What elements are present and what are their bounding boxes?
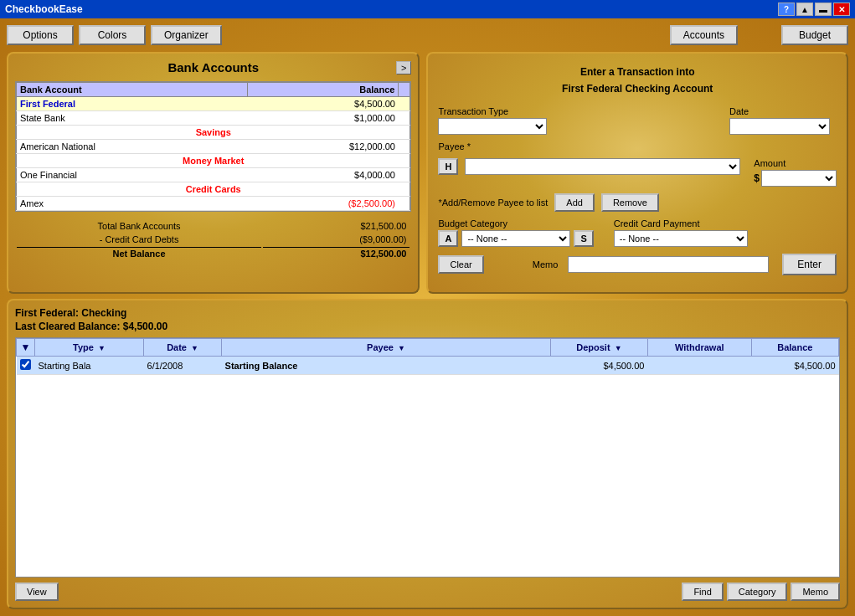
- col-date[interactable]: Date ▼: [144, 339, 222, 357]
- col-deposit[interactable]: Deposit ▼: [550, 339, 647, 357]
- minimize-button[interactable]: ▲: [796, 3, 813, 16]
- total-bank-accounts-value: $21,500.00: [263, 220, 409, 232]
- date-select[interactable]: [729, 118, 830, 135]
- expand-button[interactable]: >: [396, 61, 411, 74]
- add-remove-payee-label: *Add/Remove Payee to list: [438, 198, 548, 208]
- col-balance: Balance: [248, 83, 399, 97]
- credit-card-payment-label: Credit Card Payment: [614, 218, 748, 228]
- col-type[interactable]: Type ▼: [35, 339, 144, 357]
- col-withdrawal[interactable]: Withdrawal: [647, 339, 751, 357]
- date-sort-icon: ▼: [191, 344, 198, 352]
- form-row-memo: Clear Memo Enter: [438, 254, 837, 275]
- main-content: Options Colors Organizer Accounts Budget…: [0, 18, 855, 616]
- col-account: Bank Account: [17, 83, 248, 97]
- restore-button[interactable]: ▬: [815, 3, 832, 16]
- check-sort-arrow: ▼: [21, 341, 31, 353]
- transaction-row[interactable]: Starting Bala6/1/2008Starting Balance$4,…: [17, 357, 839, 375]
- transactions-table-wrapper[interactable]: ▼ Type ▼ Date ▼ Payee ▼ Deposit ▼ Withdr…: [15, 337, 840, 578]
- middle-row: Bank Accounts > Bank Account Balance: [7, 52, 848, 294]
- bottom-toolbar: View Find Category Memo: [15, 583, 840, 601]
- accounts-table-wrapper[interactable]: Bank Account Balance First Federal$4,500…: [15, 81, 411, 212]
- account-row[interactable]: Amex($2,500.00): [17, 197, 410, 211]
- type-sort-icon: ▼: [98, 344, 106, 352]
- transaction-type-label: Transaction Type: [438, 106, 547, 116]
- panel-header: Bank Accounts >: [15, 60, 411, 74]
- transaction-checkbox[interactable]: [20, 359, 31, 370]
- bank-accounts-panel: Bank Accounts > Bank Account Balance: [7, 52, 420, 294]
- account-row[interactable]: American National$12,000.00: [17, 140, 410, 154]
- col-balance[interactable]: Balance: [751, 339, 838, 357]
- view-button[interactable]: View: [15, 583, 59, 601]
- full-layout: Options Colors Organizer Accounts Budget…: [7, 25, 848, 609]
- colors-button[interactable]: Colors: [79, 25, 146, 45]
- account-label: First Federal: Checking: [15, 307, 840, 319]
- amount-input[interactable]: [761, 170, 837, 187]
- form-row-type-date: Transaction Type Date: [438, 106, 837, 135]
- h-button[interactable]: H: [438, 158, 458, 175]
- memo-button[interactable]: Memo: [791, 583, 840, 601]
- bottom-row: First Federal: Checking Last Cleared Bal…: [7, 299, 848, 609]
- budget-category-select[interactable]: -- None --: [461, 230, 570, 247]
- memo-input[interactable]: [568, 256, 769, 273]
- memo-label: Memo: [533, 259, 559, 270]
- budget-category-label: Budget Category: [438, 218, 593, 228]
- account-row[interactable]: One Financial$4,000.00: [17, 168, 410, 182]
- totals-area: Total Bank Accounts $21,500.00 - Credit …: [15, 218, 411, 261]
- form-row-add-remove: *Add/Remove Payee to list Add Remove: [438, 193, 837, 212]
- deposit-sort-icon: ▼: [615, 344, 622, 352]
- organizer-button[interactable]: Organizer: [151, 25, 222, 45]
- net-balance-label: Net Balance: [17, 247, 261, 259]
- form-row-payee-input: H Amount $: [438, 158, 837, 187]
- options-button[interactable]: Options: [7, 25, 74, 45]
- bank-accounts-title: Bank Accounts: [167, 60, 259, 74]
- window-controls: ? ▲ ▬ ✕: [778, 3, 850, 16]
- toolbar: Options Colors Organizer Accounts Budget: [7, 25, 848, 45]
- account-row[interactable]: First Federal$4,500.00: [17, 97, 410, 111]
- accounts-table: Bank Account Balance First Federal$4,500…: [16, 82, 410, 211]
- title-bar: CheckbookEase ? ▲ ▬ ✕: [0, 0, 855, 18]
- help-button[interactable]: ?: [778, 3, 795, 16]
- dollar-sign: $: [754, 172, 760, 184]
- transaction-type-select[interactable]: [438, 118, 547, 135]
- net-balance-value: $12,500.00: [263, 247, 409, 259]
- transaction-title: Enter a Transaction into First Federal C…: [438, 64, 837, 96]
- bottom-inner: First Federal: Checking Last Cleared Bal…: [7, 299, 848, 609]
- s-button[interactable]: S: [574, 230, 593, 247]
- col-check[interactable]: ▼: [17, 339, 35, 357]
- form-row-payee: Payee *: [438, 141, 837, 151]
- app-title: CheckbookEase: [5, 3, 83, 15]
- total-bank-accounts-label: Total Bank Accounts: [17, 220, 261, 232]
- credit-card-debts-label: - Credit Card Debts: [17, 234, 261, 245]
- budget-button[interactable]: Budget: [781, 25, 848, 45]
- payee-label: Payee *: [438, 141, 471, 151]
- remove-payee-button[interactable]: Remove: [601, 193, 659, 212]
- accounts-button[interactable]: Accounts: [670, 25, 738, 45]
- account-row[interactable]: State Bank$1,000.00: [17, 111, 410, 126]
- close-button[interactable]: ✕: [833, 3, 850, 16]
- transaction-panel: Enter a Transaction into First Federal C…: [426, 52, 848, 294]
- credit-card-debts-value: ($9,000.00): [263, 234, 409, 245]
- col-payee[interactable]: Payee ▼: [222, 339, 551, 357]
- payee-sort-icon: ▼: [398, 344, 405, 352]
- enter-button[interactable]: Enter: [782, 254, 837, 275]
- category-button[interactable]: Category: [727, 583, 788, 601]
- cleared-balance: Last Cleared Balance: $4,500.00: [15, 321, 840, 332]
- date-label: Date: [729, 106, 830, 116]
- transactions-table: ▼ Type ▼ Date ▼ Payee ▼ Deposit ▼ Withdr…: [16, 338, 839, 375]
- find-button[interactable]: Find: [682, 583, 723, 601]
- clear-button[interactable]: Clear: [438, 255, 483, 274]
- a-button[interactable]: A: [438, 230, 458, 247]
- credit-card-payment-select[interactable]: -- None --: [614, 230, 748, 247]
- payee-select[interactable]: [465, 158, 740, 175]
- amount-label: Amount: [754, 158, 837, 168]
- add-payee-button[interactable]: Add: [554, 193, 595, 212]
- form-row-budget: Budget Category A -- None -- S Credit Ca…: [438, 218, 837, 247]
